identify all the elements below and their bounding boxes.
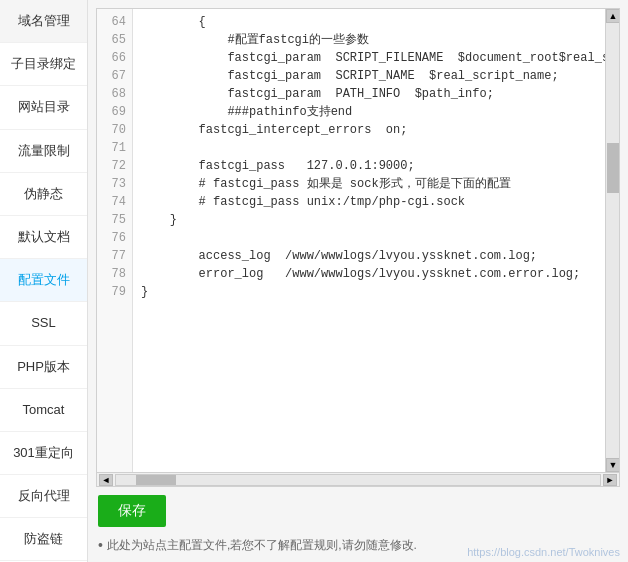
code-line-67: fastcgi_param SCRIPT_NAME $real_script_n… <box>141 67 597 85</box>
line-number-67: 67 <box>97 67 132 85</box>
sidebar-item-traffic-limit[interactable]: 流量限制 <box>0 130 87 173</box>
sidebar-item-ssl[interactable]: SSL <box>0 302 87 345</box>
sidebar-item-config-file[interactable]: 配置文件 <box>0 259 87 302</box>
line-number-66: 66 <box>97 49 132 67</box>
line-number-70: 70 <box>97 121 132 139</box>
line-number-74: 74 <box>97 193 132 211</box>
code-line-78: error_log /www/wwwlogs/lvyou.yssknet.com… <box>141 265 597 283</box>
sidebar-item-website-dir[interactable]: 网站目录 <box>0 86 87 129</box>
scroll-thumb[interactable] <box>607 143 619 193</box>
code-line-74: # fastcgi_pass unix:/tmp/php-cgi.sock <box>141 193 597 211</box>
scroll-right-arrow[interactable]: ► <box>603 474 617 486</box>
line-number-76: 76 <box>97 229 132 247</box>
scroll-up-arrow[interactable]: ▲ <box>606 9 619 23</box>
line-number-64: 64 <box>97 13 132 31</box>
line-number-65: 65 <box>97 31 132 49</box>
sidebar-item-php-version[interactable]: PHP版本 <box>0 346 87 389</box>
code-line-66: fastcgi_param SCRIPT_FILENAME $document_… <box>141 49 597 67</box>
code-line-68: fastcgi_param PATH_INFO $path_info; <box>141 85 597 103</box>
code-line-64: { <box>141 13 597 31</box>
sidebar-item-fake-static[interactable]: 伪静态 <box>0 173 87 216</box>
code-line-79: } <box>141 283 597 301</box>
main-content: 64656667686970717273747576777879 { #配置fa… <box>88 0 628 562</box>
sidebar-item-hotlink-prot[interactable]: 防盗链 <box>0 518 87 561</box>
sidebar-item-subdir-bind[interactable]: 子目录绑定 <box>0 43 87 86</box>
line-number-68: 68 <box>97 85 132 103</box>
line-numbers: 64656667686970717273747576777879 <box>97 9 133 472</box>
line-number-71: 71 <box>97 139 132 157</box>
line-number-69: 69 <box>97 103 132 121</box>
hscroll-thumb[interactable] <box>136 475 176 485</box>
code-scroll-area[interactable]: 64656667686970717273747576777879 { #配置fa… <box>97 9 619 472</box>
horizontal-scrollbar[interactable]: ◄ ► <box>97 472 619 486</box>
save-button[interactable]: 保存 <box>98 495 166 527</box>
vertical-scrollbar[interactable]: ▲ ▼ <box>605 9 619 472</box>
code-line-75: } <box>141 211 597 229</box>
bottom-area: 保存 • 此处为站点主配置文件,若您不了解配置规则,请勿随意修改. <box>88 487 628 562</box>
code-editor: 64656667686970717273747576777879 { #配置fa… <box>96 8 620 487</box>
sidebar: 域名管理子目录绑定网站目录流量限制伪静态默认文档配置文件SSLPHP版本Tomc… <box>0 0 88 562</box>
code-line-76 <box>141 229 597 247</box>
hint-area: • 此处为站点主配置文件,若您不了解配置规则,请勿随意修改. <box>98 537 618 554</box>
scroll-track[interactable] <box>606 23 619 458</box>
code-content[interactable]: { #配置fastcgi的一些参数 fastcgi_param SCRIPT_F… <box>133 9 605 472</box>
code-line-73: # fastcgi_pass 如果是 sock形式，可能是下面的配置 <box>141 175 597 193</box>
line-number-75: 75 <box>97 211 132 229</box>
sidebar-item-301-redirect[interactable]: 301重定向 <box>0 432 87 475</box>
code-line-71 <box>141 139 597 157</box>
sidebar-item-reverse-proxy[interactable]: 反向代理 <box>0 475 87 518</box>
scroll-down-arrow[interactable]: ▼ <box>606 458 619 472</box>
code-line-69: ###pathinfo支持end <box>141 103 597 121</box>
code-line-65: #配置fastcgi的一些参数 <box>141 31 597 49</box>
sidebar-item-default-doc[interactable]: 默认文档 <box>0 216 87 259</box>
sidebar-item-tomcat[interactable]: Tomcat <box>0 389 87 432</box>
line-number-72: 72 <box>97 157 132 175</box>
code-line-70: fastcgi_intercept_errors on; <box>141 121 597 139</box>
line-number-73: 73 <box>97 175 132 193</box>
sidebar-item-domain-mgmt[interactable]: 域名管理 <box>0 0 87 43</box>
scroll-left-arrow[interactable]: ◄ <box>99 474 113 486</box>
hint-text: 此处为站点主配置文件,若您不了解配置规则,请勿随意修改. <box>107 537 417 554</box>
code-line-72: fastcgi_pass 127.0.0.1:9000; <box>141 157 597 175</box>
line-number-78: 78 <box>97 265 132 283</box>
code-line-77: access_log /www/wwwlogs/lvyou.yssknet.co… <box>141 247 597 265</box>
bullet-icon: • <box>98 537 103 553</box>
line-number-77: 77 <box>97 247 132 265</box>
hscroll-track[interactable] <box>115 474 601 486</box>
line-number-79: 79 <box>97 283 132 301</box>
